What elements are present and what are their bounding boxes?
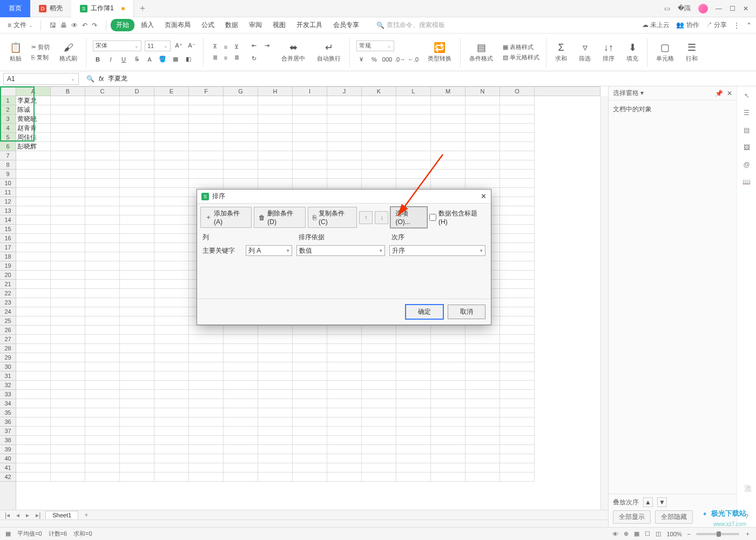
cell[interactable] [500, 307, 535, 316]
cell[interactable] [396, 96, 431, 105]
cell[interactable] [16, 316, 51, 326]
cell[interactable] [293, 124, 327, 133]
cell[interactable] [293, 151, 327, 160]
cell[interactable] [327, 96, 362, 105]
cell[interactable] [189, 114, 224, 124]
ok-button[interactable]: 确定 [406, 305, 443, 319]
format-painter-button[interactable]: 🖌格式刷 [57, 41, 79, 64]
coop-button[interactable]: 👥 协作 [676, 21, 699, 30]
cell[interactable]: 周佳佳 [16, 133, 51, 142]
cell[interactable] [224, 160, 258, 170]
view-split-icon[interactable]: ◫ [656, 530, 661, 537]
cell[interactable] [396, 408, 431, 417]
currency-icon[interactable]: ¥ [356, 55, 366, 64]
cell[interactable] [154, 353, 189, 362]
cell[interactable] [154, 170, 189, 179]
cell[interactable] [327, 344, 362, 353]
col-header-H[interactable]: H [258, 87, 293, 96]
cell[interactable] [154, 473, 189, 482]
side-book-icon[interactable]: 📖 [742, 178, 751, 186]
cell[interactable] [258, 96, 293, 105]
cell-style-quick-icon[interactable]: ◧ [184, 55, 193, 64]
fx-zoom-icon[interactable]: 🔍 [86, 75, 94, 83]
col-header-M[interactable]: M [431, 87, 465, 96]
cell[interactable] [85, 151, 120, 160]
cell[interactable] [258, 408, 293, 417]
cell[interactable] [85, 142, 120, 151]
cell[interactable] [224, 344, 258, 353]
cell[interactable] [16, 243, 51, 252]
row-header-18[interactable]: 18 [0, 252, 16, 261]
cell[interactable] [500, 335, 535, 344]
layout-icon[interactable]: ▭ [664, 5, 670, 12]
cell[interactable] [396, 326, 431, 335]
col-header-A[interactable]: A [16, 87, 51, 96]
row-header-21[interactable]: 21 [0, 280, 16, 289]
cell[interactable] [189, 151, 224, 160]
cell[interactable] [154, 197, 189, 206]
cell[interactable] [293, 408, 327, 417]
cell[interactable] [120, 179, 154, 188]
cell[interactable] [465, 142, 500, 151]
horizontal-scrollbar[interactable] [0, 519, 608, 527]
cell[interactable] [362, 124, 396, 133]
cell[interactable] [465, 114, 500, 124]
zoom-slider[interactable] [696, 533, 739, 535]
col-header-C[interactable]: C [85, 87, 120, 96]
cell[interactable]: 黄晓晓 [16, 114, 51, 124]
cell[interactable] [431, 417, 465, 427]
cell[interactable] [189, 454, 224, 463]
cell[interactable] [431, 427, 465, 436]
delete-condition-button[interactable]: 🗑 删除条件(D) [254, 207, 306, 228]
row-header-24[interactable]: 24 [0, 307, 16, 316]
cell[interactable] [293, 473, 327, 482]
cell[interactable] [224, 335, 258, 344]
cell[interactable] [51, 417, 85, 427]
cell[interactable] [362, 463, 396, 473]
cell[interactable] [51, 408, 85, 417]
cell[interactable] [431, 124, 465, 133]
cell[interactable] [224, 454, 258, 463]
cell[interactable] [500, 280, 535, 289]
cell[interactable] [431, 160, 465, 170]
cell[interactable] [362, 417, 396, 427]
move-down-icon[interactable]: ↓ [375, 211, 388, 224]
view-focus-icon[interactable]: ⊕ [624, 530, 629, 537]
cell[interactable] [85, 427, 120, 436]
cell[interactable] [396, 133, 431, 142]
cell[interactable] [189, 133, 224, 142]
cell[interactable] [396, 454, 431, 463]
sheet-tab[interactable]: Sheet1 [45, 511, 78, 519]
cell[interactable] [120, 408, 154, 417]
cut-button[interactable]: ✂ 剪切 [31, 43, 50, 51]
cell[interactable] [224, 124, 258, 133]
cell[interactable] [189, 381, 224, 390]
cell[interactable] [85, 234, 120, 243]
percent-icon[interactable]: % [369, 55, 379, 64]
col-header-K[interactable]: K [362, 87, 396, 96]
cell[interactable] [16, 271, 51, 280]
row-header-35[interactable]: 35 [0, 408, 16, 417]
cell[interactable] [327, 151, 362, 160]
cell[interactable] [16, 261, 51, 271]
cell[interactable] [293, 96, 327, 105]
hide-all-button[interactable]: 全部隐藏 [655, 510, 693, 524]
cell[interactable] [500, 105, 535, 114]
cell[interactable] [500, 170, 535, 179]
cell[interactable] [189, 96, 224, 105]
row-header-39[interactable]: 39 [0, 445, 16, 454]
cell[interactable] [120, 215, 154, 225]
cell[interactable] [500, 142, 535, 151]
menu-devtools[interactable]: 开发工具 [292, 18, 327, 32]
cell[interactable] [396, 170, 431, 179]
cell[interactable] [51, 280, 85, 289]
cell[interactable] [500, 417, 535, 427]
cell[interactable] [258, 326, 293, 335]
cell[interactable] [500, 243, 535, 252]
menu-review[interactable]: 审阅 [245, 18, 266, 32]
cell[interactable] [465, 427, 500, 436]
cell[interactable] [16, 280, 51, 289]
cell[interactable] [362, 96, 396, 105]
cell[interactable] [224, 170, 258, 179]
cell[interactable] [85, 298, 120, 307]
